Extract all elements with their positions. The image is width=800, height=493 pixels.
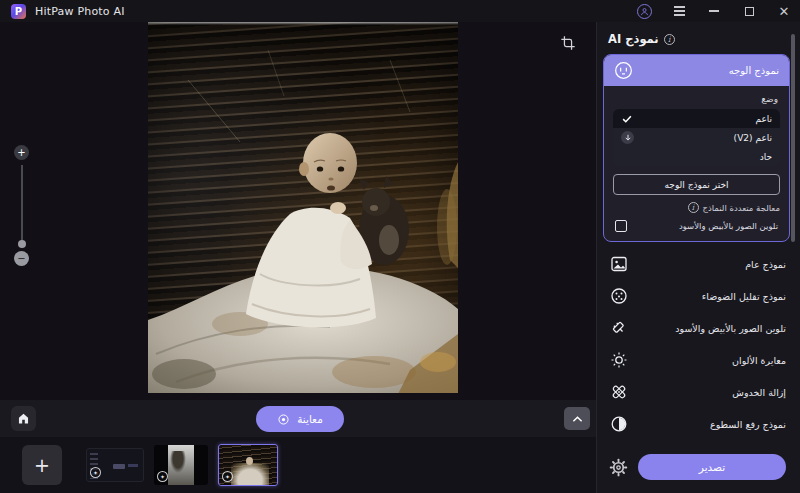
check-icon <box>621 113 633 125</box>
denoise-icon <box>610 287 628 305</box>
sidebar-header: نموذج AI i <box>608 32 800 46</box>
add-image-button[interactable]: + <box>22 445 62 485</box>
zoom-out-button[interactable]: − <box>14 251 29 266</box>
face-model-icon <box>613 60 634 81</box>
filmstrip: + ✦ ✦ ✦ <box>0 437 596 493</box>
minimize-icon <box>709 10 719 12</box>
user-icon <box>637 4 652 19</box>
colorize-checkbox-row: تلوين الصور بالأبيض والأسود <box>613 220 780 232</box>
chevron-up-icon <box>572 415 583 423</box>
sidebar-title: نموذج AI <box>608 32 659 46</box>
minimize-button[interactable] <box>706 3 722 19</box>
mode-options: ناعم ناعم (V2) حاد <box>613 109 780 166</box>
thumbnail-content <box>170 451 186 473</box>
face-model-header[interactable]: نموذج الوجه <box>604 55 789 86</box>
thumbnail-grayscale-portrait[interactable]: ✦ <box>154 445 208 485</box>
scratch-removal-icon <box>610 383 628 401</box>
crop-icon <box>560 35 576 51</box>
model-item-brightness[interactable]: نموذج رفع السطوع <box>597 408 800 440</box>
mode-option-label: حاد <box>760 152 772 162</box>
bottom-toolbar: معاينة <box>0 400 596 437</box>
app-window: P HitPaw Photo AI ✕ + − <box>0 0 800 493</box>
model-item-general[interactable]: نموذج عام <box>597 248 800 280</box>
zoom-slider-track[interactable] <box>21 165 23 245</box>
model-item-scratch-removal[interactable]: إزالة الخدوش <box>597 376 800 408</box>
sidebar-scrollbar[interactable] <box>791 34 795 242</box>
export-row: تصدير <box>597 454 800 480</box>
colorize-checkbox[interactable] <box>615 220 627 232</box>
close-button[interactable]: ✕ <box>776 3 792 19</box>
face-model-panel: نموذج الوجه وضع ناعم ناعم (V2) <box>603 54 790 242</box>
zoom-in-button[interactable]: + <box>14 145 29 160</box>
processed-status-badge: ✦ <box>157 471 168 482</box>
menu-icon[interactable] <box>671 3 687 19</box>
face-model-body: وضع ناعم ناعم (V2) <box>604 86 789 241</box>
maximize-button[interactable] <box>741 3 757 19</box>
info-icon[interactable]: i <box>664 34 675 45</box>
colorize-checkbox-label: تلوين الصور بالأبيض والأسود <box>679 221 778 231</box>
model-item-colorize[interactable]: تلوين الصور بالأبيض والأسود <box>597 312 800 344</box>
colorize-brush-icon <box>610 319 628 337</box>
choose-face-model-button[interactable]: اختر نموذج الوجه <box>613 174 780 195</box>
titlebar: P HitPaw Photo AI ✕ <box>0 0 800 22</box>
thumbnail-content <box>113 464 125 469</box>
maximize-icon <box>745 7 754 16</box>
preview-button-label: معاينة <box>297 413 323 425</box>
app-title: HitPaw Photo AI <box>35 5 125 18</box>
zoom-slider-handle[interactable] <box>18 240 26 248</box>
multi-model-row: i معالجة متعددة النماذج <box>613 202 780 213</box>
mode-option-label: ناعم (V2) <box>734 133 772 143</box>
photo-canvas[interactable] <box>148 22 458 393</box>
thumbnail-content <box>246 457 253 465</box>
settings-gear-icon[interactable] <box>609 458 628 477</box>
info-icon[interactable]: i <box>688 202 699 213</box>
download-icon[interactable] <box>621 131 634 144</box>
face-model-title: نموذج الوجه <box>729 65 779 76</box>
close-icon: ✕ <box>779 5 790 18</box>
right-sidebar: نموذج AI i نموذج الوجه وضع <box>596 22 800 493</box>
mode-option-soft[interactable]: ناعم <box>613 109 780 128</box>
export-button[interactable]: تصدير <box>638 454 786 480</box>
home-icon <box>17 412 30 425</box>
zoom-control: + − <box>13 145 30 266</box>
model-item-color-calibration[interactable]: معايرة الألوان <box>597 344 800 376</box>
image-icon <box>610 255 628 273</box>
mode-option-sharp[interactable]: حاد <box>613 147 780 166</box>
crop-tool-button[interactable] <box>560 35 578 53</box>
hamburger-icon <box>674 6 685 15</box>
brightness-contrast-icon <box>610 415 628 433</box>
editor-canvas: + − <box>0 22 596 400</box>
processed-status-badge: ✦ <box>222 471 233 482</box>
processed-status-badge: ✦ <box>90 467 101 478</box>
model-list: نموذج عام نموذج تقليل الضوضاء <box>597 248 800 454</box>
mode-option-soft-v2[interactable]: ناعم (V2) <box>613 128 780 147</box>
home-button[interactable] <box>11 406 36 431</box>
account-avatar-icon[interactable] <box>636 3 652 19</box>
thumbnail-dark-ui[interactable]: ✦ <box>86 448 144 482</box>
model-item-denoise[interactable]: نموذج تقليل الضوضاء <box>597 280 800 312</box>
multi-model-label: معالجة متعددة النماذج <box>703 203 781 213</box>
preview-eye-icon <box>277 413 290 426</box>
mode-label: وضع <box>613 94 778 104</box>
app-logo-icon: P <box>11 4 26 19</box>
sun-calibration-icon <box>610 351 628 369</box>
old-baby-photo-artwork <box>148 22 458 393</box>
preview-button[interactable]: معاينة <box>256 406 344 432</box>
thumbnail-content <box>231 463 269 485</box>
thumbnail-baby-photo-selected[interactable]: ✦ <box>218 444 278 486</box>
mode-option-label: ناعم <box>755 114 772 124</box>
collapse-panel-button[interactable] <box>564 407 590 430</box>
window-controls: ✕ <box>636 0 792 22</box>
